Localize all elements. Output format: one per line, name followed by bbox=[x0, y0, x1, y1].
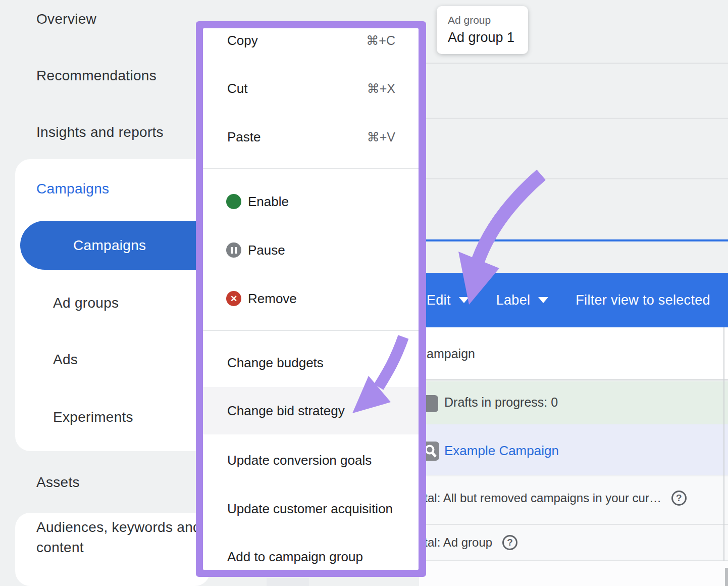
menu-divider bbox=[203, 330, 419, 331]
sidebar-item-campaigns-section[interactable]: Campaigns bbox=[36, 179, 109, 199]
remove-status-icon: ✕ bbox=[226, 291, 241, 306]
sidebar-item-recommendations[interactable]: Recommendations bbox=[36, 66, 157, 86]
sidebar-item-ad-groups[interactable]: Ad groups bbox=[53, 293, 119, 313]
sidebar-item-campaigns-selected[interactable]: Campaigns bbox=[20, 221, 223, 270]
tooltip-value: Ad group 1 bbox=[448, 30, 528, 45]
help-icon[interactable]: ? bbox=[502, 535, 517, 550]
menu-item-update-conversion-goals[interactable]: Update conversion goals bbox=[203, 436, 419, 484]
menu-item-enable[interactable]: Enable bbox=[203, 178, 419, 225]
scrollbar-thumb[interactable] bbox=[725, 568, 728, 586]
change-bid-strategy-label: Change bid strategy bbox=[227, 403, 345, 419]
menu-item-remove[interactable]: ✕ Remove bbox=[203, 275, 419, 322]
tooltip-label: Ad group bbox=[448, 14, 528, 26]
scroll-notch bbox=[267, 578, 309, 586]
remove-label: Remove bbox=[248, 291, 297, 307]
chevron-down-icon bbox=[459, 297, 469, 303]
filter-view-label: Filter view to selected bbox=[576, 292, 710, 308]
sidebar-item-overview[interactable]: Overview bbox=[36, 9, 96, 29]
sidebar-item-ads[interactable]: Ads bbox=[53, 350, 78, 370]
ad-group-tooltip: Ad group Ad group 1 bbox=[437, 6, 528, 54]
update-customer-acquisition-label: Update customer acquisition bbox=[227, 501, 393, 517]
paste-shortcut: ⌘+V bbox=[367, 130, 395, 144]
help-icon[interactable]: ? bbox=[671, 491, 687, 506]
filter-view-button[interactable]: Filter view to selected bbox=[576, 292, 710, 308]
total-campaigns-cell: Total: All but removed campaigns in your… bbox=[411, 491, 687, 506]
label-label: Label bbox=[496, 292, 531, 308]
edit-dropdown-button[interactable]: Edit bbox=[427, 292, 469, 308]
menu-item-cut[interactable]: Cut ⌘+X bbox=[203, 65, 419, 112]
sidebar-item-assets[interactable]: Assets bbox=[36, 472, 80, 493]
menu-item-add-to-campaign-group[interactable]: Add to campaign group bbox=[203, 533, 419, 570]
update-conversion-goals-label: Update conversion goals bbox=[227, 453, 372, 468]
copy-shortcut: ⌘+C bbox=[366, 33, 395, 48]
sidebar-item-audiences-keywords-content[interactable]: Audiences, keywords and content bbox=[36, 517, 212, 558]
label-dropdown-button[interactable]: Label bbox=[496, 292, 549, 308]
context-menu-highlight-frame: Copy ⌘+C Cut ⌘+X Paste ⌘+V Enable Pause bbox=[196, 21, 426, 577]
menu-item-paste[interactable]: Paste ⌘+V bbox=[203, 113, 419, 161]
menu-item-change-budgets[interactable]: Change budgets bbox=[203, 339, 419, 386]
bg-divider-2 bbox=[419, 118, 728, 119]
chevron-down-icon bbox=[538, 297, 548, 303]
cut-shortcut: ⌘+X bbox=[367, 81, 395, 96]
bg-divider-3 bbox=[419, 178, 728, 179]
add-to-campaign-group-label: Add to campaign group bbox=[227, 549, 363, 565]
menu-item-change-bid-strategy[interactable]: Change bid strategy bbox=[203, 387, 419, 434]
cut-label: Cut bbox=[227, 81, 247, 96]
drafts-in-progress-text: Drafts in progress: 0 bbox=[444, 395, 558, 410]
chart-baseline bbox=[419, 239, 728, 241]
menu-item-pause[interactable]: Pause bbox=[203, 226, 419, 274]
menu-item-copy[interactable]: Copy ⌘+C bbox=[203, 28, 419, 64]
example-campaign-link[interactable]: Example Campaign bbox=[444, 443, 559, 459]
menu-item-update-customer-acquisition[interactable]: Update customer acquisition bbox=[203, 485, 419, 532]
google-ads-screen: Overview Recommendations Insights and re… bbox=[0, 0, 728, 586]
sidebar-item-insights-reports[interactable]: Insights and reports bbox=[36, 122, 164, 142]
pause-label: Pause bbox=[248, 242, 285, 258]
change-budgets-label: Change budgets bbox=[227, 355, 324, 371]
context-menu: Copy ⌘+C Cut ⌘+X Paste ⌘+V Enable Pause bbox=[203, 28, 419, 570]
total-campaigns-text: Total: All but removed campaigns in your… bbox=[411, 491, 661, 505]
column-divider bbox=[723, 327, 724, 561]
pause-status-icon bbox=[226, 242, 241, 258]
total-ad-group-cell: Total: Ad group ? bbox=[411, 535, 517, 550]
copy-label: Copy bbox=[227, 33, 258, 48]
column-header-campaign[interactable]: Campaign bbox=[418, 347, 475, 361]
enable-status-icon bbox=[226, 194, 241, 209]
paste-label: Paste bbox=[227, 129, 261, 145]
sidebar-item-experiments[interactable]: Experiments bbox=[53, 407, 133, 427]
menu-divider bbox=[203, 168, 419, 169]
enable-label: Enable bbox=[248, 194, 289, 210]
selected-item-label: Campaigns bbox=[73, 237, 146, 254]
bulk-action-toolbar: Edit Label Filter view to selected bbox=[419, 273, 728, 327]
table-footer-area bbox=[419, 561, 728, 586]
edit-label: Edit bbox=[427, 292, 451, 308]
bg-divider-1 bbox=[419, 63, 728, 64]
